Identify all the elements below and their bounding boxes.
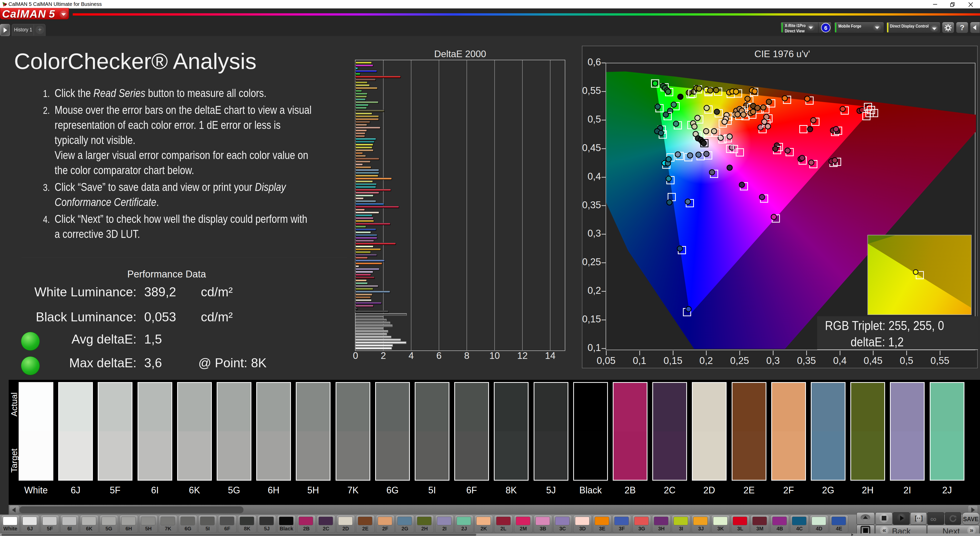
- svg-text:14: 14: [545, 350, 555, 360]
- svg-text:12: 12: [517, 350, 528, 360]
- svg-text:6: 6: [436, 350, 442, 360]
- svg-text:0: 0: [353, 350, 358, 360]
- svg-text:4: 4: [409, 350, 414, 360]
- svg-text:8: 8: [464, 350, 469, 360]
- svg-text:10: 10: [489, 350, 500, 360]
- svg-text:2: 2: [381, 350, 386, 360]
